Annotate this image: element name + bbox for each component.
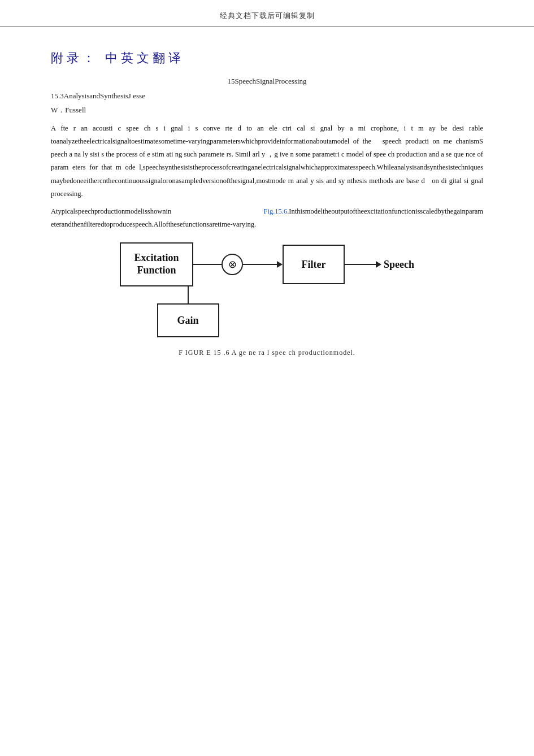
line-h1: [193, 264, 222, 265]
excitation-box: ExcitationFunction: [120, 242, 193, 286]
filter-box: Filter: [283, 245, 345, 284]
paragraph-2: Atypicalspeechproductionmodelisshownin F…: [51, 205, 483, 231]
v-line-down: [188, 286, 189, 303]
line-h2: [243, 264, 277, 265]
author-name: W．Fussell: [51, 105, 483, 115]
figure-caption: F IGUR E 15 .6 A ge ne ra l spee ch prod…: [51, 349, 483, 357]
page-header: 经典文档下载后可编辑复制: [0, 0, 534, 27]
arrow-excitation-to-mult: [193, 261, 222, 268]
header-text: 经典文档下载后可编辑复制: [220, 11, 315, 20]
paragraph-1: A fte r an acousti c spee ch s i gnal i …: [51, 122, 483, 201]
multiply-circle: ⊗: [222, 254, 243, 275]
subsection-title: 15.3AnalysisandSynthesisJ esse: [51, 92, 483, 101]
arrow-mult-to-filter: [243, 261, 283, 268]
diagram-main-row: ExcitationFunction ⊗ Filter: [120, 242, 414, 286]
center-title: 15SpeechSignalProcessing: [51, 77, 483, 86]
excitation-label: ExcitationFunction: [134, 252, 179, 276]
diagram-container: ExcitationFunction ⊗ Filter: [51, 242, 483, 337]
gain-label: Gain: [177, 315, 198, 327]
figure-link[interactable]: Fig.15.6: [264, 207, 288, 215]
section-title: 附录： 中英文翻译: [51, 50, 483, 67]
page-content: 附录： 中英文翻译 15SpeechSignalProcessing 15.3A…: [0, 27, 534, 391]
filter-label: Filter: [302, 259, 326, 271]
gain-box: Gain: [157, 303, 219, 337]
arrow-filter-to-speech: [345, 261, 381, 268]
line-h3: [345, 264, 376, 265]
gain-column: Gain: [157, 286, 219, 337]
multiply-symbol: ⊗: [228, 258, 237, 271]
speech-label: Speech: [384, 259, 414, 271]
